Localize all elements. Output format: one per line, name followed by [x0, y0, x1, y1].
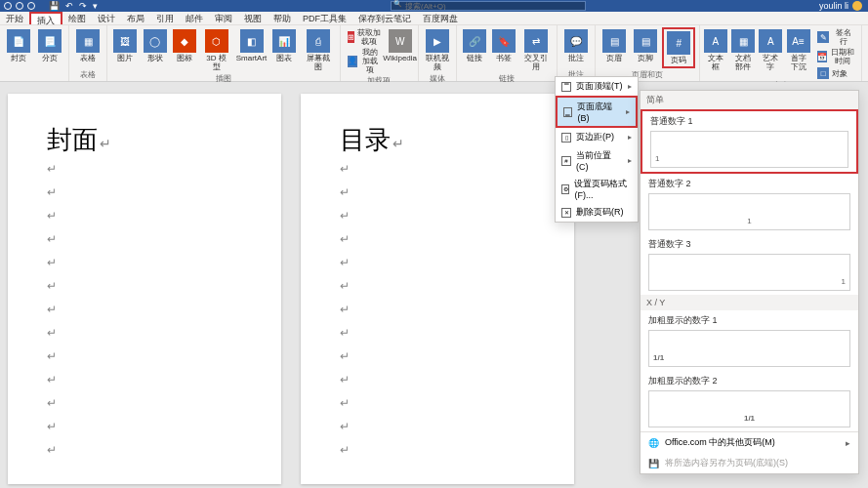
quick-access-toolbar: 💾 ↶ ↷ ▾	[49, 1, 98, 11]
tab-home[interactable]: 开始	[0, 12, 29, 24]
gallery-footer: 🌐Office.com 中的其他页码(M)▸ 💾将所选内容另存为页码(底端)(S…	[641, 431, 858, 473]
comment-button[interactable]: 💬批注	[561, 27, 591, 64]
gallery-more-from-office[interactable]: 🌐Office.com 中的其他页码(M)▸	[641, 432, 858, 453]
menu-item-remove-page-numbers[interactable]: ✕删除页码(R)	[556, 203, 638, 222]
submenu-arrow-icon: ▸	[628, 82, 632, 91]
paragraph-mark: ↵	[47, 204, 242, 227]
paragraph-mark: ↵	[340, 181, 535, 204]
smartart-button[interactable]: ◧SmartArt	[234, 27, 269, 64]
remove-icon: ✕	[561, 208, 571, 218]
preview-thumbnail: 1	[650, 131, 848, 168]
paragraph-mark: ↵	[340, 227, 535, 251]
3d-models-button[interactable]: ⬡3D 模型	[200, 27, 232, 73]
link-button[interactable]: 🔗链接	[461, 27, 488, 64]
gallery-option-plain-number-2[interactable]: 普通数字 2 1	[641, 174, 858, 234]
tab-review[interactable]: 审阅	[209, 12, 238, 24]
table-button[interactable]: ▦表格	[73, 27, 103, 64]
user-name: youlin li	[819, 1, 848, 11]
window-control-dot[interactable]	[16, 2, 23, 10]
gallery-option-bold-number-2[interactable]: 加粗显示的数字 2 1/1	[641, 371, 858, 431]
paragraph-mark: ↵	[340, 391, 535, 415]
tab-references[interactable]: 引用	[150, 12, 180, 24]
window-control-dot[interactable]	[27, 2, 35, 10]
signature-line-button[interactable]: ✎签名行	[814, 27, 857, 47]
menu-item-top-of-page[interactable]: ▔页面顶端(T)▸	[556, 77, 638, 96]
dropdown-icon[interactable]: ▾	[93, 1, 98, 11]
wordart-button[interactable]: A艺术字	[760, 27, 782, 73]
menu-item-bottom-of-page[interactable]: ▁页面底端(B)▸	[556, 96, 638, 128]
chart-button[interactable]: 📊图表	[270, 27, 298, 64]
paragraph-mark: ↵	[340, 298, 535, 321]
paragraph-mark: ↵	[340, 274, 535, 298]
gallery-option-bold-number-1[interactable]: 加粗显示的数字 1 1/1	[641, 310, 858, 371]
paragraph-mark: ↵	[340, 368, 535, 391]
page-1[interactable]: 封面 ↵ ↵ ↵ ↵ ↵ ↵ ↵ ↵ ↵ ↵ ↵ ↵ ↵	[8, 94, 281, 484]
tab-cloudnote[interactable]: 保存到云笔记	[352, 12, 417, 24]
avatar-icon[interactable]	[852, 1, 862, 11]
shapes-button[interactable]: ◯形状	[141, 27, 168, 64]
gallery-section-xy: X / Y	[641, 295, 858, 310]
save-icon[interactable]: 💾	[49, 1, 60, 11]
tab-design[interactable]: 设计	[92, 12, 121, 24]
paragraph-mark: ↵	[47, 321, 242, 345]
screenshot-button[interactable]: ⎙屏幕截图	[301, 27, 336, 73]
wikipedia-button[interactable]: WWikipedia	[386, 27, 414, 64]
redo-icon[interactable]: ↷	[79, 1, 87, 11]
paragraph-mark: ↵	[47, 415, 242, 438]
account-area[interactable]: youlin li	[819, 1, 862, 11]
paragraph-mark: ↵	[47, 181, 242, 204]
preview-thumbnail: 1	[648, 193, 850, 230]
icons-button[interactable]: ◆图标	[171, 27, 198, 64]
page-2[interactable]: 目录 ↵ ↵ ↵ ↵ ↵ ↵ ↵ ↵ ↵ ↵ ↵ ↵ ↵	[301, 94, 574, 484]
page-margin-icon: ▯	[561, 133, 571, 142]
page-number-button[interactable]: #页码	[662, 27, 695, 68]
gallery-option-plain-number-1[interactable]: 普通数字 1 1	[641, 109, 858, 174]
group-illustrations: 🖼图片 ◯形状 ◆图标 ⬡3D 模型 ◧SmartArt 📊图表 ⎙屏幕截图 插…	[107, 25, 341, 81]
page-break-button[interactable]: 📃分页	[35, 27, 64, 64]
paragraph-mark: ↵	[47, 391, 242, 415]
paragraph-mark: ↵	[47, 251, 242, 274]
paragraph-mark: ↵	[47, 227, 242, 251]
drop-cap-button[interactable]: A≡首字下沉	[784, 27, 812, 73]
header-button[interactable]: ▤页眉	[599, 27, 629, 64]
tab-mailings[interactable]: 邮件	[180, 12, 209, 24]
tab-insert[interactable]: 插入	[29, 12, 62, 24]
globe-icon: 🌐	[648, 438, 659, 448]
group-pages: 📄封页 📃分页	[0, 25, 69, 81]
my-addins-button[interactable]: 👤我的加载项	[345, 47, 385, 75]
search-input[interactable]	[391, 1, 586, 11]
tab-baidu[interactable]: 百度网盘	[417, 12, 464, 24]
date-time-button[interactable]: 📅日期和时间	[814, 47, 857, 66]
paragraph-mark: ↵	[47, 274, 242, 298]
tab-draw[interactable]: 绘图	[62, 12, 92, 24]
gallery-option-plain-number-3[interactable]: 普通数字 3 1	[641, 234, 858, 295]
cover-page-button[interactable]: 📄封页	[4, 27, 33, 64]
bookmark-button[interactable]: 🔖书签	[490, 27, 517, 64]
group-media: ▶联机视频 媒体	[419, 25, 457, 81]
menu-item-current-position[interactable]: #当前位置(C)▸	[556, 146, 638, 175]
menu-item-format-page-numbers[interactable]: ⚙设置页码格式(F)...	[556, 175, 638, 203]
search-box[interactable]	[391, 1, 586, 12]
tab-pdf[interactable]: PDF工具集	[297, 12, 352, 24]
paragraph-mark: ↵	[47, 368, 242, 391]
window-control-dot[interactable]	[4, 2, 12, 10]
tab-help[interactable]: 帮助	[268, 12, 297, 24]
undo-icon[interactable]: ↶	[65, 1, 73, 11]
get-addins-button[interactable]: ⊞获取加载项	[345, 27, 385, 47]
tab-view[interactable]: 视图	[238, 12, 268, 24]
page-2-title: 目录	[340, 123, 535, 157]
quick-parts-button[interactable]: ▦文档部件	[729, 27, 758, 73]
menu-item-page-margins[interactable]: ▯页边距(P)▸	[556, 128, 638, 146]
format-icon: ⚙	[561, 184, 569, 194]
footer-button[interactable]: ▤页脚	[631, 27, 660, 64]
pictures-button[interactable]: 🖼图片	[111, 27, 139, 64]
online-video-button[interactable]: ▶联机视频	[423, 27, 452, 73]
text-box-button[interactable]: A文本框	[704, 27, 726, 73]
object-button[interactable]: □对象	[814, 66, 857, 80]
tab-layout[interactable]: 布局	[121, 12, 150, 24]
cross-reference-button[interactable]: ⇄交叉引用	[518, 27, 553, 73]
paragraph-mark: ↵	[47, 345, 242, 368]
paragraph-mark: ↵	[340, 345, 535, 368]
submenu-arrow-icon: ▸	[628, 133, 632, 142]
gallery-section-simple: 简单	[641, 91, 858, 109]
